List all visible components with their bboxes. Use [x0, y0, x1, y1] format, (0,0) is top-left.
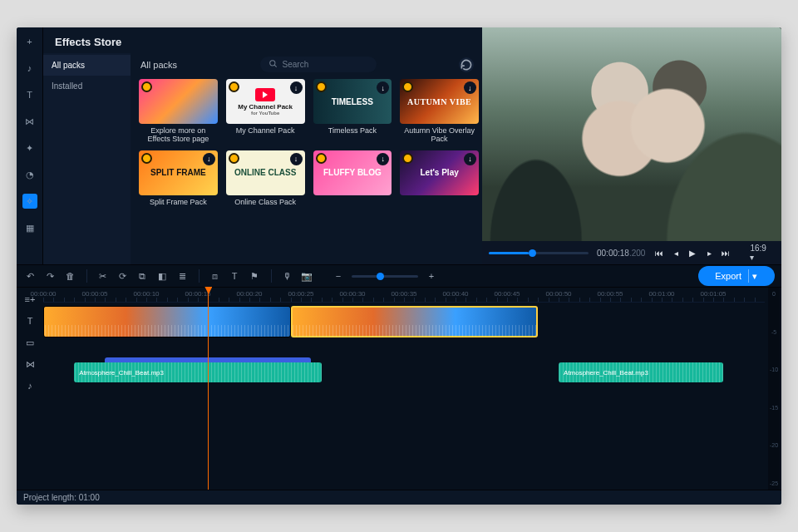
crop-button[interactable]: ⧉ [135, 269, 149, 283]
marker-button[interactable]: ⚑ [248, 269, 261, 283]
pack-thumb: AUTUMN VIBE↓ [400, 79, 479, 124]
download-icon[interactable]: ↓ [464, 153, 476, 165]
premium-badge-icon [141, 153, 152, 164]
pack-title: Explore more on Effects Store page [139, 126, 218, 144]
download-icon[interactable]: ↓ [290, 153, 303, 165]
video-clip[interactable] [291, 306, 539, 337]
pack-card[interactable]: AUTUMN VIBE↓Autumn Vibe Overlay Pack [400, 79, 479, 144]
track-headers: ≡+ T ▭ ⋈ ♪ [17, 288, 43, 490]
premium-badge-icon [316, 81, 327, 92]
pack-thumb: Let's Play↓ [400, 150, 479, 195]
download-icon[interactable]: ↓ [377, 153, 389, 165]
pack-card[interactable]: Let's Play↓ [400, 150, 479, 214]
aspect-ratio-menu[interactable]: 16:9 ▾ [750, 244, 766, 262]
titles-button[interactable]: T [228, 269, 241, 283]
pack-title [400, 198, 479, 214]
music-icon[interactable]: ♪ [22, 61, 37, 76]
ruler-label: 00:01:05 [700, 290, 726, 298]
video-track[interactable] [43, 306, 765, 337]
download-icon[interactable]: ↓ [464, 81, 476, 94]
record-video-button[interactable]: 📷 [300, 269, 313, 283]
video-track-icon: ▭ [23, 336, 37, 349]
export-dropdown[interactable]: ▾ [748, 269, 760, 283]
search-placeholder: Search [283, 60, 309, 69]
audio-track-2[interactable] [43, 386, 765, 406]
rotate-button[interactable]: ⟳ [116, 269, 129, 283]
text-icon[interactable]: T [22, 87, 37, 102]
record-audio-button[interactable]: 🎙 [280, 269, 293, 283]
ruler-label: 00:00:20 [236, 290, 262, 298]
audio-clip[interactable]: Atmosphere_Chill_Beat.mp3 [559, 362, 723, 382]
zoom-out-button[interactable]: − [332, 269, 345, 283]
audio-track-icon: ♪ [23, 379, 37, 392]
refresh-button[interactable] [459, 57, 474, 72]
preview-image [482, 27, 781, 241]
sticker-icon[interactable]: ◔ [22, 167, 37, 182]
tracks: Atmosphere_Chill_Beat.mp3Atmosphere_Chil… [43, 303, 765, 490]
add-icon[interactable]: + [22, 34, 37, 49]
undo-button[interactable]: ↶ [23, 269, 37, 283]
preview-viewport[interactable] [482, 27, 781, 241]
pack-card[interactable]: ONLINE CLASS↓Online Class Pack [226, 150, 305, 214]
download-icon[interactable]: ↓ [290, 81, 303, 94]
preview-controls: 00:00:18.200 ⏮ ◂ ▶ ▸ ⏭ 16:9 ▾ 🔈 📷 [482, 241, 781, 264]
pack-grid-wrap: All packs Search Explore more on Effects… [131, 53, 482, 264]
overlay-track[interactable] [43, 341, 765, 359]
seek-bar[interactable] [489, 252, 589, 254]
color-adjust-button[interactable]: ◧ [155, 269, 169, 283]
effects-store-panel: Effects Store All packsInstalled All pac… [43, 27, 482, 264]
redo-button[interactable]: ↷ [43, 269, 57, 283]
download-icon[interactable]: ↓ [377, 81, 389, 94]
next-clip-button[interactable]: ⏭ [720, 247, 732, 259]
split-button[interactable]: ✂ [96, 269, 109, 283]
panel-title: Effects Store [43, 27, 482, 53]
effects-store-icon[interactable]: ✧ [22, 194, 37, 209]
timeline-toolbar: ↶ ↷ 🗑 ✂ ⟳ ⧉ ◧ ≣ ⧈ T ⚑ 🎙 📷 − + Export ▾ [17, 264, 781, 288]
category-list: All packsInstalled [43, 53, 131, 264]
link-track-icon: ⋈ [23, 357, 37, 371]
pack-thumb: FLUFFY BLOG↓ [313, 150, 392, 195]
pack-card[interactable]: Explore more on Effects Store page [139, 79, 218, 144]
preview-time: 00:00:18.200 [597, 249, 645, 258]
pack-card[interactable]: FLUFFY BLOG↓ [313, 150, 392, 214]
playhead[interactable] [208, 288, 209, 490]
video-clip[interactable] [43, 306, 291, 337]
ruler-label: 00:00:25 [288, 290, 313, 298]
zoom-in-button[interactable]: + [425, 269, 438, 283]
transition-button[interactable]: ⧈ [208, 269, 221, 283]
prev-frame-button[interactable]: ◂ [670, 247, 682, 259]
audio-track[interactable]: Atmosphere_Chill_Beat.mp3Atmosphere_Chil… [43, 362, 765, 382]
project-length-value: 01:00 [79, 493, 100, 502]
search-input[interactable]: Search [260, 57, 377, 72]
pack-card[interactable]: My Channel Packfor YouTube↓My Channel Pa… [226, 79, 305, 144]
play-button[interactable]: ▶ [687, 247, 698, 259]
pack-card[interactable]: SPLIT FRAME↓Split Frame Pack [139, 150, 218, 214]
meter-db-label: -15 [770, 405, 778, 411]
download-icon[interactable]: ↓ [203, 153, 215, 165]
ruler-label: 00:00:15 [185, 290, 210, 298]
shapes-icon[interactable]: ✦ [22, 140, 37, 155]
category-item[interactable]: All packs [43, 55, 131, 76]
delete-button[interactable]: 🗑 [63, 269, 76, 283]
time-ruler[interactable]: 00:00:0000:00:0500:00:1000:00:1500:00:20… [43, 288, 765, 303]
status-bar: Project length: 01:00 [17, 490, 781, 505]
more-panels-icon[interactable]: ▦ [22, 220, 37, 235]
premium-badge-icon [402, 81, 413, 92]
export-button[interactable]: Export ▾ [698, 266, 775, 286]
premium-badge-icon [229, 153, 239, 164]
audio-clip[interactable]: Atmosphere_Chill_Beat.mp3 [74, 362, 322, 382]
link-icon[interactable]: ⋈ [22, 114, 37, 129]
meter-db-label: -5 [771, 329, 776, 335]
prev-clip-button[interactable]: ⏮ [653, 247, 665, 259]
pack-card[interactable]: TIMELESS↓Timeless Pack [313, 79, 392, 144]
pack-thumb: SPLIT FRAME↓ [139, 150, 218, 195]
clip-properties-button[interactable]: ≣ [175, 269, 189, 283]
next-frame-button[interactable]: ▸ [703, 247, 715, 259]
category-item[interactable]: Installed [43, 76, 131, 96]
pack-thumb: TIMELESS↓ [313, 79, 392, 124]
zoom-slider[interactable] [352, 275, 418, 278]
premium-badge-icon [141, 81, 152, 92]
timeline-zoom: − + [332, 269, 438, 283]
text-track-icon: T [23, 314, 37, 328]
timeline-area[interactable]: 00:00:0000:00:0500:00:1000:00:1500:00:20… [43, 288, 781, 490]
